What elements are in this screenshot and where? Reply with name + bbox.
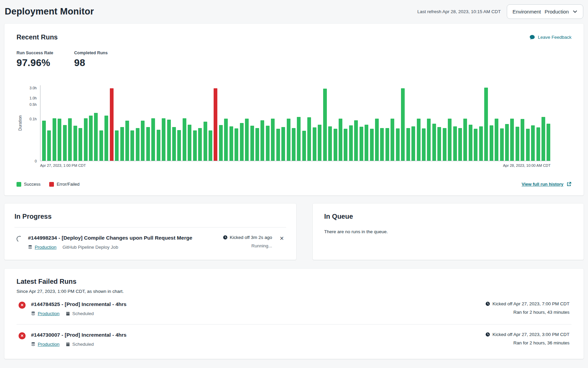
run-bar-success[interactable] (235, 128, 238, 161)
run-bar-success[interactable] (125, 121, 129, 161)
run-bar-success[interactable] (536, 127, 540, 161)
run-bar-success[interactable] (157, 130, 160, 161)
run-bar-success[interactable] (224, 119, 228, 161)
run-bar-success[interactable] (547, 124, 550, 161)
run-bar-success[interactable] (209, 130, 212, 161)
run-bar-success[interactable] (313, 127, 316, 161)
run-bar-success[interactable] (365, 125, 368, 161)
run-bar-success[interactable] (229, 126, 233, 161)
run-bar-success[interactable] (84, 118, 88, 161)
run-bar-success[interactable] (411, 126, 415, 161)
run-bar-success[interactable] (463, 119, 467, 161)
run-bar-success[interactable] (427, 119, 431, 161)
run-bar-success[interactable] (521, 119, 524, 161)
environment-dropdown[interactable]: Environment Production (507, 4, 583, 19)
run-bar-success[interactable] (146, 127, 150, 161)
run-bar-success[interactable] (172, 127, 176, 161)
run-bar-success[interactable] (443, 128, 446, 161)
run-bar-success[interactable] (318, 125, 321, 161)
run-bar-success[interactable] (349, 125, 353, 161)
run-bar-success[interactable] (531, 125, 535, 161)
run-bar-success[interactable] (323, 89, 327, 161)
run-bar-success[interactable] (391, 119, 394, 161)
run-bar-success[interactable] (42, 121, 46, 161)
run-bar-failed[interactable] (214, 88, 217, 161)
run-bar-success[interactable] (495, 119, 498, 161)
run-bar-success[interactable] (79, 128, 82, 161)
run-bar-success[interactable] (183, 118, 186, 161)
run-bar-success[interactable] (437, 127, 441, 161)
run-bar-success[interactable] (281, 127, 285, 161)
run-bar-success[interactable] (68, 118, 72, 161)
run-bar-success[interactable] (505, 124, 509, 161)
environment-link[interactable]: Production (38, 342, 60, 347)
run-bar-success[interactable] (240, 123, 244, 161)
run-bar-success[interactable] (99, 130, 103, 161)
run-bar-success[interactable] (297, 117, 301, 161)
run-bar-success[interactable] (53, 118, 56, 161)
run-bar-success[interactable] (245, 119, 249, 161)
run-bar-success[interactable] (271, 119, 275, 161)
run-bar-success[interactable] (339, 119, 342, 161)
run-bar-success[interactable] (307, 117, 311, 161)
run-bar-success[interactable] (385, 128, 389, 161)
run-bar-success[interactable] (510, 119, 514, 161)
run-bar-success[interactable] (474, 129, 477, 161)
run-bar-success[interactable] (188, 125, 191, 161)
run-bar-success[interactable] (448, 119, 452, 161)
close-icon[interactable]: ✕ (280, 236, 284, 241)
run-bar-success[interactable] (292, 128, 296, 161)
run-bar-success[interactable] (334, 129, 337, 161)
run-bar-success[interactable] (104, 116, 108, 161)
run-bar-success[interactable] (375, 119, 379, 161)
run-bar-success[interactable] (479, 126, 483, 161)
run-bar-success[interactable] (328, 126, 332, 161)
run-bar-success[interactable] (354, 120, 358, 161)
run-bar-success[interactable] (94, 113, 98, 161)
run-bar-success[interactable] (260, 120, 264, 161)
run-bar-success[interactable] (453, 126, 457, 161)
run-bar-success[interactable] (396, 128, 400, 161)
view-full-run-history-link[interactable]: View full run history (522, 182, 571, 187)
run-bar-success[interactable] (136, 128, 140, 161)
run-bar-success[interactable] (370, 129, 374, 161)
run-bar-success[interactable] (255, 128, 259, 161)
run-bar-success[interactable] (167, 120, 171, 161)
run-bar-success[interactable] (73, 126, 77, 161)
run-bar-success[interactable] (469, 125, 472, 161)
run-bar-success[interactable] (276, 129, 280, 161)
run-bar-success[interactable] (401, 88, 405, 161)
run-bar-success[interactable] (198, 128, 202, 161)
run-bar-success[interactable] (250, 126, 254, 161)
run-bar-success[interactable] (344, 129, 347, 161)
leave-feedback-link[interactable]: Leave Feedback (529, 34, 571, 40)
run-bar-success[interactable] (120, 127, 124, 161)
run-bar-success[interactable] (458, 128, 462, 161)
run-bar-success[interactable] (266, 126, 270, 161)
run-bar-failed[interactable] (110, 88, 114, 161)
run-bar-success[interactable] (47, 130, 51, 161)
run-bar-success[interactable] (193, 130, 197, 161)
run-bar-success[interactable] (490, 125, 493, 161)
run-bar-success[interactable] (360, 127, 363, 161)
run-bar-success[interactable] (58, 119, 61, 161)
run-bar-success[interactable] (500, 128, 504, 161)
run-bar-success[interactable] (162, 118, 165, 161)
run-bar-success[interactable] (484, 88, 488, 161)
run-bar-success[interactable] (141, 121, 145, 161)
run-bar-success[interactable] (422, 128, 426, 161)
run-bar-success[interactable] (115, 130, 119, 161)
run-bar-success[interactable] (177, 130, 181, 161)
run-bar-success[interactable] (380, 128, 384, 161)
run-bar-success[interactable] (204, 122, 207, 161)
run-bar-success[interactable] (541, 117, 545, 161)
run-bar-success[interactable] (130, 130, 134, 161)
run-bar-success[interactable] (432, 124, 436, 161)
run-bar-success[interactable] (151, 118, 155, 161)
run-bar-success[interactable] (406, 128, 410, 161)
run-bar-success[interactable] (302, 131, 306, 161)
run-bar-success[interactable] (417, 119, 421, 161)
run-bar-success[interactable] (287, 119, 290, 161)
run-bar-success[interactable] (89, 116, 93, 161)
environment-link[interactable]: Production (35, 245, 57, 250)
